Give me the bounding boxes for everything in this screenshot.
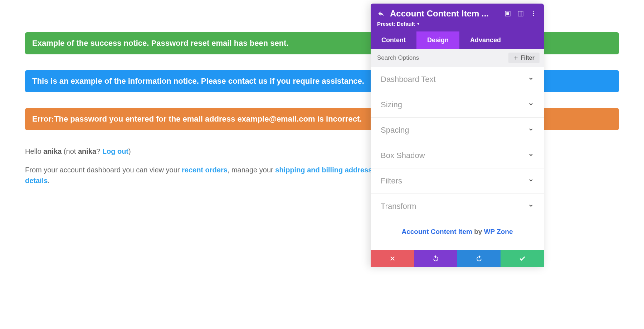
search-row: Filter bbox=[371, 49, 544, 67]
snap-icon[interactable] bbox=[517, 10, 525, 18]
panel-title: Account Content Item ... bbox=[390, 9, 499, 19]
greeting-q: ? bbox=[96, 147, 102, 155]
back-icon[interactable] bbox=[377, 10, 385, 18]
desc-b: , manage your bbox=[228, 166, 275, 174]
option-dashboard-text[interactable]: Dashboard Text bbox=[371, 67, 544, 92]
chevron-down-icon bbox=[528, 127, 534, 134]
svg-rect-2 bbox=[518, 11, 523, 16]
credit-module-link[interactable]: Account Content Item bbox=[401, 228, 472, 235]
panel-header: Account Content Item ... Preset: Default… bbox=[371, 4, 544, 31]
redo-button[interactable] bbox=[457, 250, 501, 267]
undo-button[interactable] bbox=[414, 250, 457, 267]
expand-icon[interactable] bbox=[504, 10, 512, 18]
credit-by: by bbox=[472, 228, 484, 235]
option-box-shadow[interactable]: Box Shadow bbox=[371, 143, 544, 168]
preset-label: Preset: Default bbox=[377, 21, 415, 27]
filter-label: Filter bbox=[521, 55, 535, 61]
svg-point-4 bbox=[533, 11, 534, 12]
addresses-link[interactable]: shipping and billing addresses bbox=[275, 166, 380, 174]
chevron-down-icon bbox=[528, 76, 534, 83]
panel-credit: Account Content Item by WP Zone bbox=[371, 219, 544, 250]
panel-tabs: Content Design Advanced bbox=[371, 31, 544, 49]
redo-icon bbox=[475, 255, 483, 262]
option-spacing[interactable]: Spacing bbox=[371, 118, 544, 143]
notice-info-text: This is an example of the information no… bbox=[32, 77, 364, 85]
svg-rect-1 bbox=[507, 13, 509, 15]
desc-period: . bbox=[48, 177, 50, 185]
plus-icon bbox=[513, 55, 518, 60]
chevron-down-icon bbox=[528, 177, 534, 185]
option-label: Spacing bbox=[381, 126, 409, 135]
notice-error-prefix: Error bbox=[32, 114, 52, 123]
notice-error-body: :The password you entered for the email … bbox=[52, 114, 362, 123]
logout-link[interactable]: Log out bbox=[102, 147, 128, 155]
chevron-down-icon bbox=[528, 101, 534, 108]
save-button[interactable] bbox=[501, 250, 544, 267]
details-link[interactable]: details bbox=[25, 177, 48, 185]
greeting-not: (not bbox=[62, 147, 78, 155]
page-content: Example of the success notice. Password … bbox=[0, 0, 644, 186]
chevron-down-icon bbox=[528, 152, 534, 159]
greeting-close: ) bbox=[128, 147, 131, 155]
preset-selector[interactable]: Preset: Default ▼ bbox=[377, 21, 420, 27]
option-label: Sizing bbox=[381, 100, 402, 109]
svg-point-6 bbox=[533, 15, 534, 16]
option-list: Dashboard Text Sizing Spacing Box Shadow… bbox=[371, 67, 544, 219]
option-sizing[interactable]: Sizing bbox=[371, 92, 544, 118]
check-icon bbox=[519, 255, 526, 262]
greeting-user: anika bbox=[43, 147, 62, 155]
greeting-user2: anika bbox=[78, 147, 96, 155]
settings-panel: Account Content Item ... Preset: Default… bbox=[371, 4, 544, 267]
tab-design[interactable]: Design bbox=[416, 31, 459, 49]
undo-icon bbox=[432, 255, 439, 262]
recent-orders-link[interactable]: recent orders bbox=[182, 166, 228, 174]
tab-advanced[interactable]: Advanced bbox=[459, 31, 512, 49]
cancel-button[interactable] bbox=[371, 250, 414, 267]
option-filters[interactable]: Filters bbox=[371, 168, 544, 194]
credit-author-link[interactable]: WP Zone bbox=[484, 228, 513, 235]
svg-point-5 bbox=[533, 13, 534, 14]
option-label: Box Shadow bbox=[381, 151, 425, 160]
caret-down-icon: ▼ bbox=[416, 22, 420, 26]
notice-success-text: Example of the success notice. Password … bbox=[32, 39, 289, 48]
option-transform[interactable]: Transform bbox=[371, 194, 544, 219]
panel-footer bbox=[371, 250, 544, 267]
option-label: Transform bbox=[381, 202, 416, 211]
option-label: Dashboard Text bbox=[381, 75, 436, 84]
search-input[interactable] bbox=[371, 49, 508, 67]
close-icon bbox=[389, 255, 396, 262]
more-icon[interactable] bbox=[530, 10, 537, 18]
filter-button[interactable]: Filter bbox=[508, 53, 540, 63]
tab-content[interactable]: Content bbox=[371, 31, 416, 49]
desc-a: From your account dashboard you can view… bbox=[25, 166, 182, 174]
chevron-down-icon bbox=[528, 203, 534, 210]
option-label: Filters bbox=[381, 176, 402, 186]
greeting-hello: Hello bbox=[25, 147, 43, 155]
